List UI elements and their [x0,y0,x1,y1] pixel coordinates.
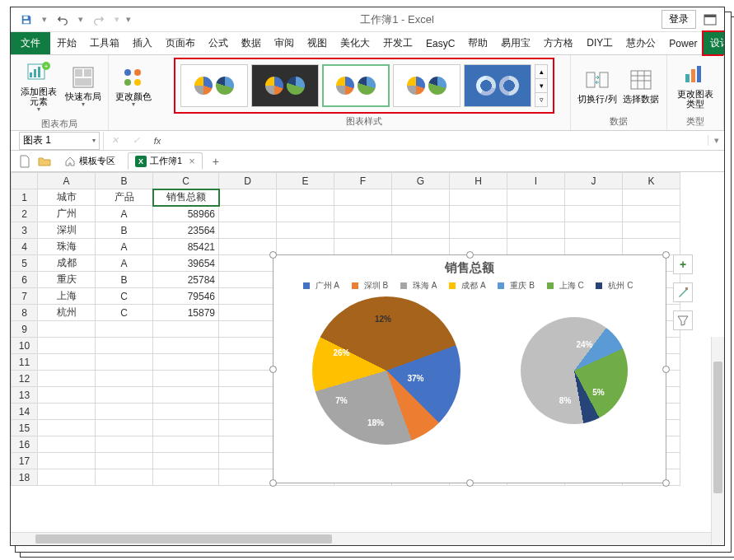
tab-data[interactable]: 数据 [235,32,268,54]
cell[interactable] [334,239,392,255]
chart-title[interactable]: 销售总额 [273,255,666,278]
cell[interactable] [153,404,219,420]
tab-huiban[interactable]: 慧办公 [619,32,662,54]
tab-help[interactable]: 帮助 [461,32,494,54]
cell[interactable]: 杭州 [38,305,96,321]
undo-dropdown-icon[interactable]: ▾ [78,14,83,25]
vertical-scrollbar[interactable] [711,337,724,545]
cell[interactable] [219,453,277,469]
cell[interactable]: 产品 [96,189,153,206]
cell[interactable] [450,239,507,255]
cell[interactable]: 城市 [38,189,96,206]
login-button[interactable]: 登录 [662,10,696,29]
cell[interactable] [450,189,507,206]
cell[interactable] [96,371,153,387]
cell[interactable] [334,222,392,239]
chart-sub-pie[interactable]: 24% 8% 5% [521,317,628,424]
cell[interactable]: 成都 [38,255,96,272]
tab-developer[interactable]: 开发工 [376,32,419,54]
cell[interactable] [38,404,96,420]
cell[interactable]: 深圳 [38,222,96,239]
close-tab-icon[interactable]: × [189,155,195,167]
cell[interactable]: 销售总额 [153,189,219,206]
cell[interactable] [219,404,277,420]
cell[interactable] [219,255,277,272]
tab-power[interactable]: Power [662,32,704,54]
cell[interactable] [38,387,96,404]
cell[interactable] [96,469,153,486]
cell[interactable]: 25784 [153,272,219,288]
cell[interactable] [219,436,277,453]
cell[interactable]: B [96,222,153,239]
cell[interactable] [565,189,623,206]
cell[interactable] [96,338,153,354]
cell[interactable] [277,206,334,222]
tab-fangfang[interactable]: 方方格 [537,32,580,54]
cell[interactable]: C [96,288,153,305]
cell[interactable] [623,189,680,206]
gallery-more-icon[interactable]: ▿ [535,93,547,106]
confirm-formula-icon[interactable]: ✓ [125,135,147,146]
cell[interactable] [623,222,680,239]
tab-file[interactable]: 文件 [11,32,50,54]
cell[interactable] [219,371,277,387]
cell[interactable] [153,338,219,354]
cell[interactable] [153,371,219,387]
cell[interactable] [565,206,623,222]
chart-elements-button[interactable]: + [673,254,693,274]
cell[interactable]: A [96,206,153,222]
tab-view[interactable]: 视图 [301,32,334,54]
cell[interactable]: B [96,272,153,288]
cell[interactable] [153,354,219,371]
quick-layout-button[interactable]: 快速布局▾ [63,63,103,111]
cell[interactable] [219,321,277,338]
cell[interactable]: A [96,255,153,272]
tab-beautify[interactable]: 美化大 [334,32,376,54]
cell[interactable] [277,189,334,206]
cell[interactable]: A [96,239,153,255]
chart-styles-button[interactable] [673,282,693,302]
cell[interactable]: 广州 [38,206,96,222]
tab-home[interactable]: 开始 [50,32,83,54]
cell[interactable] [153,453,219,469]
cell[interactable] [507,239,565,255]
chart-legend[interactable]: 广州 A 深圳 B 珠海 A 成都 A 重庆 B 上海 C 杭州 C [273,278,666,296]
cell[interactable] [450,222,507,239]
name-box[interactable]: 图表 1▾ [19,132,100,150]
template-area-tab[interactable]: 模板专区 [57,152,123,170]
cell[interactable]: 15879 [153,305,219,321]
cell[interactable] [219,354,277,371]
tab-easyc[interactable]: EasyC [419,32,461,54]
cell[interactable] [219,305,277,321]
tab-formulas[interactable]: 公式 [202,32,235,54]
cell[interactable] [153,436,219,453]
cell[interactable] [334,206,392,222]
cell[interactable]: 上海 [38,288,96,305]
cell[interactable]: 珠海 [38,239,96,255]
switch-rowcol-button[interactable]: 切换行/列 [576,65,619,106]
cell[interactable] [623,239,680,255]
tab-diy[interactable]: DIY工 [580,32,619,54]
tab-yiyongbao[interactable]: 易用宝 [494,32,537,54]
cell[interactable]: 重庆 [38,272,96,288]
open-folder-icon[interactable] [37,154,52,169]
chart-styles-gallery[interactable]: ▴▾▿ [177,61,551,110]
cell[interactable] [219,222,277,239]
chart-filter-button[interactable] [673,310,693,330]
cell[interactable] [38,469,96,486]
redo-dropdown-icon[interactable]: ▾ [115,14,119,25]
cell[interactable] [565,239,623,255]
cell[interactable] [565,222,623,239]
add-tab-button[interactable]: + [208,155,224,168]
cell[interactable] [450,206,507,222]
tab-review[interactable]: 审阅 [268,32,301,54]
change-chart-type-button[interactable]: 更改图表类型 [672,60,718,111]
cell[interactable]: 85421 [153,239,219,255]
qat-customize-icon[interactable]: ▾ [126,14,131,25]
tab-design[interactable]: 设计 [704,32,725,54]
redo-button[interactable] [88,10,110,30]
cell[interactable]: 79546 [153,288,219,305]
formula-input[interactable] [168,132,708,150]
ribbon-display-options-icon[interactable] [701,12,719,28]
cell[interactable] [38,338,96,354]
